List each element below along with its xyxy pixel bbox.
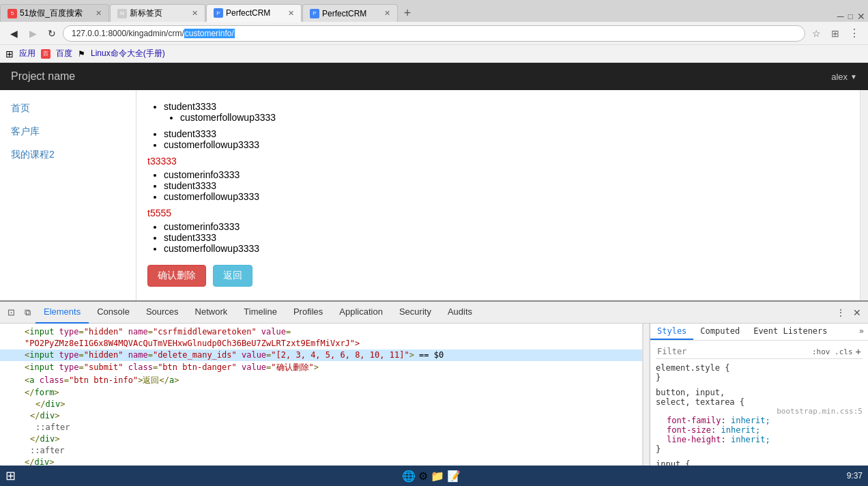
code-content-4: <input type="submit" class="btn btn-dang… [25,362,319,373]
tab-2[interactable]: N 新标签页 ✕ [110,4,205,22]
devtools-inspect-icon[interactable]: ⊡ [3,304,19,321]
t5555-st: student3333 [164,232,849,243]
menu-button[interactable]: ⋮ [846,25,863,42]
rule-font-size: font-size: inherit; [656,425,863,435]
tab-profiles[interactable]: Profiles [285,302,331,324]
systray-time: 9:37 [847,471,863,481]
val-font-family: inherit; [731,416,770,425]
tab-security[interactable]: Security [391,302,439,324]
styles-tab-styles[interactable]: Styles [650,324,693,340]
list-item-s3333: student3333 [164,128,849,139]
tab-sources[interactable]: Sources [138,302,187,324]
nested-item-followup: customerfollowup3333 [180,112,849,123]
tab-audits[interactable]: Audits [439,302,480,324]
styles-tab-computed[interactable]: Computed [693,324,747,340]
tab-1[interactable]: 5 51放假_百度搜索 ✕ [0,4,109,22]
scrollbar-right[interactable] [860,90,868,300]
styles-filter-input[interactable] [657,347,812,356]
code-line-10: </div> [0,433,642,445]
list-item-student: student3333 customerfollowup3333 [164,101,849,123]
code-content-7: </div> [35,399,65,409]
username: alex [831,72,848,82]
t5555-cf: customerfollowup3333 [164,243,849,254]
sidebar-item-course[interactable]: 我的课程2 [0,143,136,167]
tab-network[interactable]: Network [187,302,236,324]
new-tab-button[interactable]: + [399,4,416,22]
styles-content: :hov .cls + element.style { } button, in… [650,341,868,470]
project-name: Project name [11,70,75,83]
tab-3[interactable]: P PerfectCRM ✕ [206,4,302,22]
tab-console[interactable]: Console [89,302,138,324]
code-line-3[interactable]: <input type="hidden" name="delete_many_i… [0,349,642,361]
t5555-ci: customerinfo3333 [164,221,849,232]
prop-font-family: font-family [667,416,721,425]
styles-tab-events[interactable]: Event Listeners [747,324,834,340]
code-line-1: <input type="hidden" name="csrfmiddlewar… [0,326,642,338]
address-bar[interactable]: 127.0.0.1:8000/kingadmin/crm/customerinf… [63,25,805,42]
tab-close-3[interactable]: ✕ [288,9,294,18]
start-icon[interactable]: ⊞ [5,468,16,483]
main-layout: 首页 客户库 我的课程2 student3333 customerfollowu… [0,90,868,300]
tab-title-2: 新标签页 [130,8,189,19]
tab-favicon-4: P [310,9,319,18]
list-item-cf3333: customerfollowup3333 [164,139,849,150]
tab-title-3: PerfectCRM [226,8,285,18]
tab-timeline[interactable]: Timeline [235,302,285,324]
val-font-size: inherit; [721,425,760,435]
devtools-responsive-icon[interactable]: ⧉ [19,304,35,321]
bookmark-star[interactable]: ☆ [808,25,824,42]
prop-font-size: font-size [667,425,711,435]
address-highlight: customerinfo/ [184,29,235,38]
taskbar-start[interactable]: ⊞ [5,468,16,483]
tab-close-2[interactable]: ✕ [192,9,198,18]
back-button-content[interactable]: 返回 [213,265,252,287]
t5555-label: t5555 [147,208,849,218]
tab-4[interactable]: P PerfectCRM ✕ [302,4,398,22]
tab-bar: 5 51放假_百度搜索 ✕ N 新标签页 ✕ P PerfectCRM ✕ P … [0,0,868,22]
sidebar-item-home[interactable]: 首页 [0,97,136,120]
code-content-3: <input type="hidden" name="delete_many_i… [25,350,444,360]
tab-close-1[interactable]: ✕ [96,9,102,18]
page-content: student3333 customerfollowup3333 student… [136,90,860,300]
val-line-height: inherit; [731,435,770,444]
tab-favicon-3: P [214,8,223,18]
rule-font-family: font-family: inherit; [656,416,863,425]
devtools-close-icon[interactable]: ✕ [849,304,865,321]
devtools: ⊡ ⧉ Elements Console Sources Network Tim… [0,300,868,486]
minimize-icon[interactable]: ─ [837,11,844,22]
styles-expand-icon[interactable]: » [855,324,868,340]
bookmark-apps[interactable]: 应用 [19,48,35,59]
bootstrap-source[interactable]: bootstrap.min.css:5 [656,407,863,416]
taskbar-app2[interactable]: 📝 [447,470,461,483]
tab-elements[interactable]: Elements [35,302,89,324]
extensions-button[interactable]: ⊞ [827,25,843,42]
code-line-11: ::after [0,445,642,457]
code-panel-scrollbar[interactable] [643,324,650,470]
pseudo-classes[interactable]: :hov .cls [812,347,853,356]
taskbar-ie-icon[interactable]: 🌐 [402,470,416,483]
back-button[interactable]: ◀ [5,25,22,42]
bookmark-linux[interactable]: Linux命令大全(手册) [91,48,165,59]
address-prefix: 127.0.0.1:8000/kingadmin/crm/ [72,29,184,38]
t5555-list: customerinfo3333 student3333 customerfol… [147,221,849,254]
add-style-icon[interactable]: + [856,346,861,357]
apps-icon[interactable]: ⊞ [5,48,14,59]
devtools-overflow-icon[interactable]: ⋮ [833,304,849,321]
devtools-tab-bar: ⊡ ⧉ Elements Console Sources Network Tim… [0,302,868,324]
element-style-close: } [656,373,863,382]
tab-close-4[interactable]: ✕ [384,9,390,18]
taskbar-chrome-icon[interactable]: ⚙ [418,470,428,483]
t33333-ci: customerinfo3333 [164,169,849,180]
taskbar-app1[interactable]: 📁 [431,470,444,483]
bookmark-icon-cmd: ⚑ [78,49,85,59]
confirm-delete-button[interactable]: 确认删除 [147,265,206,287]
maximize-icon[interactable]: □ [848,12,853,21]
close-icon[interactable]: ✕ [857,11,865,22]
user-dropdown-icon: ▼ [850,73,857,81]
forward-button[interactable]: ▶ [25,25,41,42]
user-menu[interactable]: alex ▼ [831,72,857,82]
reload-button[interactable]: ↻ [44,25,60,42]
sidebar-item-customers[interactable]: 客户库 [0,120,136,143]
tab-application[interactable]: Application [331,302,391,324]
bookmark-baidu[interactable]: 百度 [56,48,72,59]
